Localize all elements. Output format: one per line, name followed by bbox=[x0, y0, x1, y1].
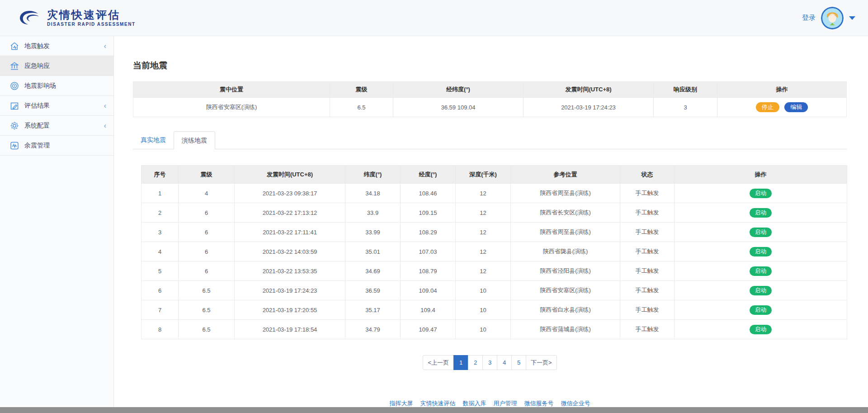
drill-table-cell: 2021-03-19 17:24:23 bbox=[235, 281, 345, 300]
drill-table-cell: 手工触发 bbox=[620, 203, 675, 223]
bottom-gray-band bbox=[0, 407, 868, 413]
drill-table-cell: 陕西省白水县(演练) bbox=[511, 300, 620, 320]
sidebar-item-label: 余震管理 bbox=[24, 142, 50, 150]
drill-table-cell: 手工触发 bbox=[620, 223, 675, 242]
column-header: 状态 bbox=[620, 166, 675, 184]
footer-link-command-screen[interactable]: 指挥大屏 bbox=[390, 399, 413, 408]
drill-table-cell: 2 bbox=[142, 203, 179, 223]
footer-link-data-storage[interactable]: 数据入库 bbox=[463, 399, 486, 408]
column-header: 序号 bbox=[142, 166, 179, 184]
pagination-page-5[interactable]: 5 bbox=[511, 355, 526, 370]
sidebar-item-label: 地震触发 bbox=[24, 42, 50, 50]
latlng-cell: 36.59 109.04 bbox=[393, 98, 524, 117]
sidebar-item-earthquake-trigger[interactable]: 地震触发 ‹ bbox=[0, 36, 113, 56]
drill-table-cell: 4 bbox=[142, 242, 179, 261]
drill-table-cell: 10 bbox=[456, 300, 511, 320]
start-button[interactable]: 启动 bbox=[750, 305, 772, 315]
drill-table-cell: 108.46 bbox=[401, 184, 456, 203]
pagination-prev-button[interactable]: <上一页 bbox=[423, 355, 454, 370]
sidebar-item-emergency-response[interactable]: 应急响应 bbox=[0, 56, 113, 76]
pagination-pages: 12345 bbox=[454, 355, 526, 370]
logo-swirl-icon bbox=[18, 8, 42, 28]
tab-real-earthquake[interactable]: 真实地震 bbox=[133, 131, 174, 149]
edit-button[interactable]: 编辑 bbox=[784, 102, 808, 112]
drill-table-row: 76.52021-03-19 17:20:5535.17109.410陕西省白水… bbox=[142, 300, 847, 320]
drill-table-cell: 8 bbox=[142, 320, 179, 339]
drill-table-cell: 6 bbox=[179, 242, 235, 261]
drill-table-cell: 36.59 bbox=[345, 281, 401, 300]
current-table-header-row: 震中位置 震级 经纬度(°) 发震时间(UTC+8) 响应级别 操作 bbox=[133, 82, 847, 98]
drill-table-cell: 手工触发 bbox=[620, 320, 675, 339]
earthquake-tabs: 真实地震 演练地震 bbox=[133, 131, 847, 149]
column-header: 响应级别 bbox=[654, 82, 717, 98]
chevron-left-icon: ‹ bbox=[104, 43, 106, 50]
start-button[interactable]: 启动 bbox=[750, 325, 772, 334]
start-button[interactable]: 启动 bbox=[750, 228, 772, 237]
drill-table-row: 562021-03-22 13:53:3534.69108.7912陕西省泾阳县… bbox=[142, 261, 847, 281]
magnitude-cell: 6.5 bbox=[330, 98, 393, 117]
sidebar-item-label: 地震影响场 bbox=[24, 82, 56, 90]
tab-drill-earthquake[interactable]: 演练地震 bbox=[174, 131, 215, 149]
actions-cell: 启动 bbox=[675, 242, 847, 261]
drill-table-cell: 陕西省安塞区(演练) bbox=[511, 281, 620, 300]
drill-table-cell: 陕西省长安区(演练) bbox=[511, 203, 620, 223]
chevron-down-icon[interactable] bbox=[849, 16, 855, 20]
drill-table-cell: 35.17 bbox=[345, 300, 401, 320]
start-button[interactable]: 启动 bbox=[750, 247, 772, 256]
column-header: 震级 bbox=[330, 82, 393, 98]
sidebar-item-aftershock-management[interactable]: 余震管理 bbox=[0, 136, 113, 156]
drill-table-cell: 108.29 bbox=[401, 223, 456, 242]
actions-cell: 启动 bbox=[675, 320, 847, 339]
sidebar-item-impact-field[interactable]: 地震影响场 bbox=[0, 76, 113, 96]
footer-link-user-management[interactable]: 用户管理 bbox=[494, 399, 517, 408]
header-right: 登录 bbox=[802, 7, 855, 29]
sidebar-item-system-config[interactable]: 系统配置 ‹ bbox=[0, 116, 113, 136]
drill-table-cell: 35.01 bbox=[345, 242, 401, 261]
edit-document-icon bbox=[10, 101, 19, 110]
chevron-left-icon: ‹ bbox=[104, 122, 106, 129]
drill-table-cell: 10 bbox=[456, 320, 511, 339]
stop-button[interactable]: 停止 bbox=[756, 102, 779, 112]
pagination-page-3[interactable]: 3 bbox=[482, 355, 497, 370]
sidebar-item-assessment-results[interactable]: 评估结果 ‹ bbox=[0, 96, 113, 116]
drill-table-cell: 手工触发 bbox=[620, 184, 675, 203]
drill-table-row: 262021-03-22 17:13:1233.9109.1512陕西省长安区(… bbox=[142, 203, 847, 223]
drill-table-cell: 6.5 bbox=[179, 281, 235, 300]
start-button[interactable]: 启动 bbox=[750, 286, 772, 295]
footer-link-rapid-assessment[interactable]: 灾情快速评估 bbox=[420, 399, 456, 408]
pagination-page-1[interactable]: 1 bbox=[453, 355, 468, 370]
footer-link-wechat-service[interactable]: 微信服务号 bbox=[524, 399, 554, 408]
drill-table-cell: 2021-03-22 14:03:59 bbox=[235, 242, 345, 261]
drill-table-cell: 陕西省周至县(演练) bbox=[511, 184, 620, 203]
drill-table-cell: 2021-03-23 09:38:17 bbox=[235, 184, 345, 203]
drill-table-cell: 6 bbox=[179, 223, 235, 242]
start-button[interactable]: 启动 bbox=[750, 208, 772, 218]
drill-table-cell: 12 bbox=[456, 203, 511, 223]
column-header: 纬度(°) bbox=[345, 166, 401, 184]
response-level-cell: 3 bbox=[654, 98, 717, 117]
drill-table-row: 66.52021-03-19 17:24:2336.59109.0410陕西省安… bbox=[142, 281, 847, 300]
column-header: 参考位置 bbox=[511, 166, 620, 184]
bank-icon bbox=[10, 62, 19, 71]
pagination-next-button[interactable]: 下一页> bbox=[526, 355, 557, 370]
user-avatar[interactable] bbox=[821, 7, 844, 29]
column-header: 经度(°) bbox=[401, 166, 456, 184]
pagination-page-4[interactable]: 4 bbox=[497, 355, 512, 370]
column-header: 震中位置 bbox=[133, 82, 330, 98]
login-link[interactable]: 登录 bbox=[802, 14, 816, 22]
drill-table-cell: 4 bbox=[179, 184, 235, 203]
start-button[interactable]: 启动 bbox=[750, 189, 772, 198]
drill-earthquake-table: 序号 震级 发震时间(UTC+8) 纬度(°) 经度(°) 深度(千米) 参考位… bbox=[141, 165, 847, 339]
column-header: 操作 bbox=[675, 166, 847, 184]
footer-link-wechat-enterprise[interactable]: 微信企业号 bbox=[561, 399, 590, 408]
drill-table-cell: 2021-03-19 17:18:54 bbox=[235, 320, 345, 339]
app-logo: 灾情快速评估 DISASTER RAPID ASSESSMENT bbox=[18, 8, 136, 28]
app-title-block: 灾情快速评估 DISASTER RAPID ASSESSMENT bbox=[47, 9, 136, 27]
drill-table-cell: 陕西省陇县(演练) bbox=[511, 242, 620, 261]
sidebar-item-label: 系统配置 bbox=[24, 122, 50, 130]
main-content: 当前地震 震中位置 震级 经纬度(°) 发震时间(UTC+8) 响应级别 操作 … bbox=[114, 36, 868, 407]
drill-table-cell: 109.4 bbox=[401, 300, 456, 320]
origin-time-cell: 2021-03-19 17:24:23 bbox=[524, 98, 654, 117]
pagination-page-2[interactable]: 2 bbox=[468, 355, 483, 370]
start-button[interactable]: 启动 bbox=[750, 266, 772, 276]
